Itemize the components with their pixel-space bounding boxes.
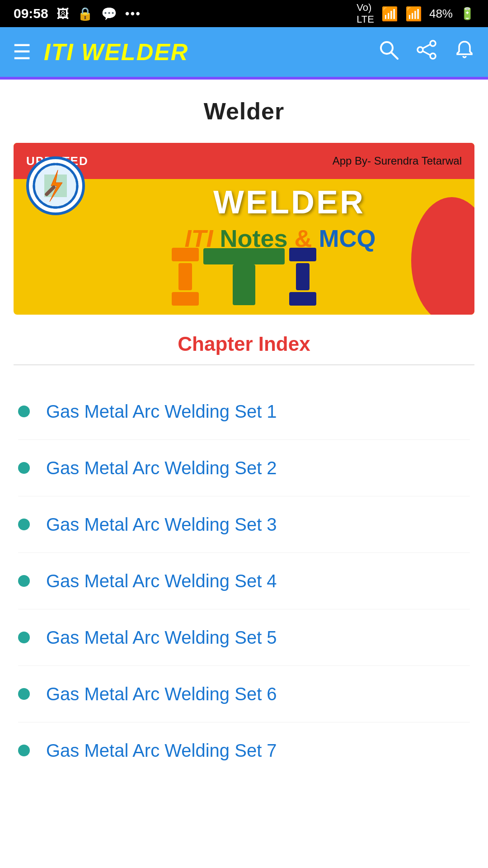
svg-line-1	[391, 52, 398, 59]
chapter-index-title: Chapter Index	[0, 333, 488, 355]
banner-logo-inner	[29, 159, 82, 212]
list-item[interactable]: Gas Metal Arc Welding Set 3	[18, 496, 470, 553]
chapter-bullet	[18, 406, 30, 417]
more-icon: •••	[125, 6, 141, 21]
chapter-bullet	[18, 519, 30, 530]
banner-iti-logo	[14, 248, 474, 306]
svg-line-6	[423, 51, 431, 55]
main-content: Welder UPDATED App By- Surendra Tetarwal	[0, 80, 488, 868]
page-title: Welder	[0, 98, 488, 125]
status-bar: 09:58 🖼 🔒 💬 ••• Vo)LTE 📶 📶 48% 🔋	[0, 0, 488, 27]
chapter-bullet	[18, 632, 30, 643]
hamburger-icon[interactable]: ☰	[13, 40, 31, 64]
banner-logo	[26, 156, 85, 215]
banner-top: UPDATED App By- Surendra Tetarwal	[14, 143, 474, 179]
svg-point-3	[418, 47, 423, 52]
chapter-list: Gas Metal Arc Welding Set 1 Gas Metal Ar…	[0, 379, 488, 783]
whatsapp-icon: 💬	[101, 6, 117, 21]
list-item[interactable]: Gas Metal Arc Welding Set 5	[18, 609, 470, 666]
list-item[interactable]: Gas Metal Arc Welding Set 7	[18, 722, 470, 778]
search-icon[interactable]	[378, 39, 399, 66]
list-item[interactable]: Gas Metal Arc Welding Set 1	[18, 383, 470, 440]
iti-i-left	[172, 248, 199, 306]
banner: UPDATED App By- Surendra Tetarwal	[14, 143, 474, 315]
lock-icon: 🔒	[77, 6, 93, 21]
chapter-bullet	[18, 462, 30, 474]
list-item[interactable]: Gas Metal Arc Welding Set 4	[18, 553, 470, 609]
status-left: 09:58 🖼 🔒 💬 •••	[14, 6, 141, 21]
battery-icon: 🔋	[460, 7, 474, 21]
signal-icon: 📶	[405, 6, 422, 22]
chapter-link[interactable]: Gas Metal Arc Welding Set 7	[46, 739, 277, 762]
app-title: ITI WELDER	[44, 38, 188, 66]
list-item[interactable]: Gas Metal Arc Welding Set 6	[18, 666, 470, 722]
banner-container: UPDATED App By- Surendra Tetarwal	[14, 143, 474, 315]
chapter-bullet	[18, 745, 30, 756]
banner-welder-text: WELDER	[104, 184, 474, 221]
list-item[interactable]: Gas Metal Arc Welding Set 2	[18, 440, 470, 496]
chapter-link[interactable]: Gas Metal Arc Welding Set 1	[46, 400, 277, 423]
nav-left: ☰ ITI WELDER	[13, 38, 188, 66]
nav-right	[378, 39, 475, 66]
chapter-link[interactable]: Gas Metal Arc Welding Set 2	[46, 456, 277, 480]
banner-app-by: App By- Surendra Tetarwal	[333, 155, 462, 167]
iti-i-right-shape	[289, 248, 316, 306]
chapter-link[interactable]: Gas Metal Arc Welding Set 6	[46, 682, 277, 706]
battery-text: 48%	[429, 7, 453, 21]
chapter-link[interactable]: Gas Metal Arc Welding Set 3	[46, 513, 277, 536]
chapter-bullet	[18, 575, 30, 587]
share-icon[interactable]	[416, 39, 437, 66]
nav-bar: ☰ ITI WELDER	[0, 27, 488, 77]
chapter-bullet	[18, 688, 30, 700]
photo-icon: 🖼	[56, 6, 69, 21]
wifi-icon: 📶	[381, 6, 398, 22]
chapter-link[interactable]: Gas Metal Arc Welding Set 5	[46, 626, 277, 649]
status-right: Vo)LTE 📶 📶 48% 🔋	[357, 2, 474, 25]
chapter-link[interactable]: Gas Metal Arc Welding Set 4	[46, 569, 277, 593]
bell-icon[interactable]	[454, 39, 475, 66]
volte-icon: Vo)LTE	[357, 2, 374, 25]
status-time: 09:58	[14, 6, 48, 21]
iti-t-shape	[203, 248, 285, 305]
svg-point-4	[430, 53, 436, 59]
svg-point-2	[430, 41, 436, 46]
svg-line-5	[423, 44, 431, 48]
divider	[14, 364, 474, 365]
